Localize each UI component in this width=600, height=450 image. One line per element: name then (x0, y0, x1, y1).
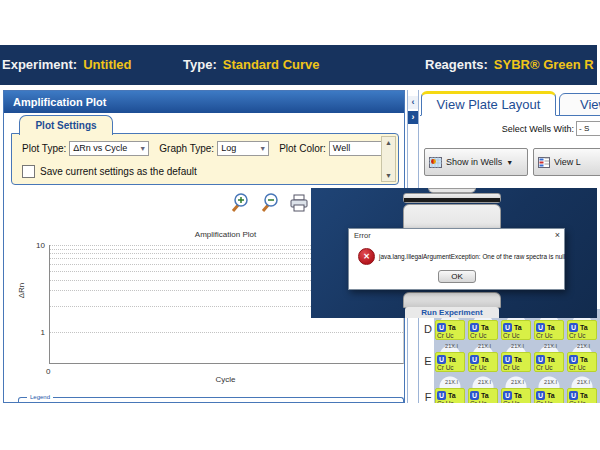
well-sample-name: 21X.I (534, 343, 567, 349)
caret-down-icon: ▼ (506, 159, 513, 166)
well-target: Ta (514, 392, 522, 399)
settings-scrollbar[interactable]: ▲ ▼ (381, 136, 396, 182)
tab-view-well-table[interactable]: View (559, 93, 600, 116)
collapse-left-icon[interactable]: ‹ (408, 96, 418, 109)
show-in-wells-button[interactable]: Show in Wells ▼ (424, 148, 528, 176)
well-line2: Cr Uc (536, 400, 562, 403)
graph-type-select[interactable]: Log▼ (217, 141, 269, 156)
well-target: Ta (514, 356, 522, 363)
well-target: Ta (448, 356, 456, 363)
error-dialog: Error × ✕ java.lang.IllegalArgumentExcep… (348, 228, 565, 290)
legend-groupbox: Legend (18, 397, 404, 403)
plate-well[interactable]: UTaCr Uc (534, 320, 564, 340)
plate-well[interactable]: UTaCr Uc (468, 388, 498, 403)
well-line2: Cr Uc (470, 400, 496, 403)
plot-color-label: Plot Color: (279, 143, 326, 154)
plate-well[interactable]: UTaCr Uc (501, 320, 531, 340)
well-line2: Cr Uc (503, 332, 529, 340)
select-wells-dropdown[interactable]: - S (576, 121, 600, 136)
plate-well[interactable]: UTaCr Uc (501, 388, 531, 403)
experiment-group: Experiment:Untitled (2, 57, 132, 72)
well-sample-name: 21X.I (468, 379, 501, 385)
collapse-right-icon[interactable]: › (408, 111, 418, 124)
instrument-tray-slot (404, 198, 500, 202)
plate-well[interactable]: UTaCr Uc (501, 352, 531, 372)
plate-well-row: UTaCr UcUTaCr UcUTaCr UcUTaCr UcUTaCr Uc (435, 388, 600, 403)
well-line2: Cr Uc (470, 364, 496, 372)
task-unknown-icon: U (536, 391, 545, 400)
panel-title: Amplification Plot (4, 91, 404, 113)
view-legend-button[interactable]: View L (533, 148, 600, 176)
y-tick-label: 1 (17, 328, 45, 337)
graph-type-label: Graph Type: (159, 143, 214, 154)
x-axis-label: Cycle (49, 375, 402, 384)
well-target: Ta (547, 392, 555, 399)
zoom-out-icon[interactable] (259, 192, 279, 214)
instrument-base (403, 292, 501, 308)
plot-type-label: Plot Type: (22, 143, 66, 154)
plate-well[interactable]: UTaCr Uc (435, 352, 465, 372)
error-icon: ✕ (358, 248, 375, 265)
task-unknown-icon: U (437, 323, 446, 332)
ok-button[interactable]: OK (438, 270, 476, 283)
well-line2: Cr Uc (569, 364, 595, 372)
plate-well[interactable]: UTaCr Uc (468, 352, 498, 372)
well-target: Ta (580, 392, 588, 399)
plate-well[interactable]: UTaCr Uc (435, 388, 465, 403)
reagents-value: SYBR® Green R (494, 57, 594, 72)
wells-plate-icon (429, 157, 442, 168)
well-sample-name: 21X.I (435, 343, 468, 349)
chevron-down-icon: ▼ (139, 145, 146, 152)
plate-well[interactable]: UTaCr Uc (534, 388, 564, 403)
well-target: Ta (481, 356, 489, 363)
task-unknown-icon: U (470, 323, 479, 332)
well-sample-strip: 21X.I21X.I21X.I21X.I21X.I (435, 379, 600, 385)
close-icon[interactable]: × (555, 230, 560, 240)
well-line2: Cr Uc (437, 364, 463, 372)
experiment-value: Untitled (83, 57, 131, 72)
plot-type-select[interactable]: ΔRn vs Cycle▼ (69, 141, 149, 156)
plate-well[interactable]: UTaCr Uc (567, 320, 597, 340)
task-unknown-icon: U (536, 355, 545, 364)
tab-view-plate-layout[interactable]: View Plate Layout (421, 91, 556, 116)
well-sample-name: 21X.I (501, 343, 534, 349)
plate-well[interactable]: UTaCr Uc (534, 352, 564, 372)
well-target: Ta (547, 356, 555, 363)
well-line2: Cr Uc (503, 364, 529, 372)
save-default-checkbox[interactable] (22, 165, 35, 178)
task-unknown-icon: U (437, 355, 446, 364)
plate-well[interactable]: UTaCr Uc (435, 320, 465, 340)
print-icon[interactable] (289, 192, 309, 214)
well-target: Ta (448, 392, 456, 399)
plate-row-label: F (422, 391, 434, 403)
type-label: Type: (183, 57, 217, 72)
plate-well[interactable]: UTaCr Uc (567, 388, 597, 403)
plate-well-row: UTaCr UcUTaCr UcUTaCr UcUTaCr UcUTaCr Uc (435, 352, 600, 372)
well-sample-name: 21X.I (534, 379, 567, 385)
task-unknown-icon: U (536, 323, 545, 332)
y-tick-label: 10 (17, 241, 45, 250)
plate-well[interactable]: UTaCr Uc (567, 352, 597, 372)
error-message: java.lang.IllegalArgumentException: One … (379, 253, 565, 260)
well-target: Ta (481, 324, 489, 331)
scroll-down-icon[interactable]: ▼ (385, 172, 392, 179)
tab-plot-settings[interactable]: Plot Settings (19, 115, 113, 135)
dialog-title: Error (354, 231, 371, 240)
well-sample-name: 21X.I (468, 343, 501, 349)
task-unknown-icon: U (503, 391, 512, 400)
reagents-group: Reagents:SYBR® Green R (425, 57, 594, 72)
save-default-label: Save current settings as the default (40, 166, 197, 177)
plate-well[interactable]: UTaCr Uc (468, 320, 498, 340)
reagents-label: Reagents: (425, 57, 488, 72)
run-experiment-button[interactable]: Run Experiment (405, 307, 499, 318)
scroll-up-icon[interactable]: ▲ (385, 139, 392, 146)
task-unknown-icon: U (569, 323, 578, 332)
task-unknown-icon: U (503, 355, 512, 364)
well-line2: Cr Uc (569, 332, 595, 340)
zoom-in-icon[interactable] (229, 192, 249, 214)
type-value: Standard Curve (223, 57, 320, 72)
well-line2: Cr Uc (536, 364, 562, 372)
well-target: Ta (448, 324, 456, 331)
task-unknown-icon: U (569, 391, 578, 400)
legend-table-icon (538, 157, 550, 168)
